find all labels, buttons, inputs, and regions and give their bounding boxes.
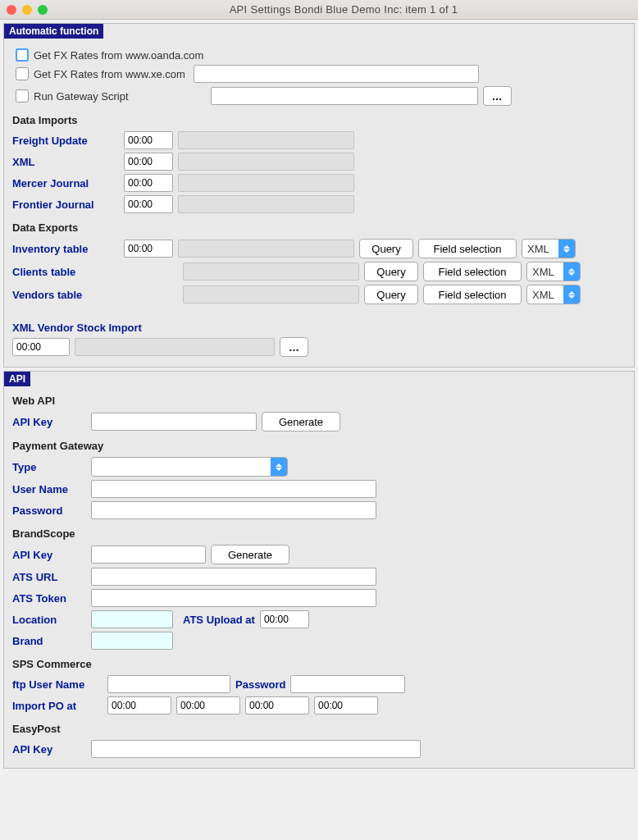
inventory-label: Inventory table (12, 243, 119, 255)
frontier-time[interactable] (124, 195, 173, 213)
xml-vendor-readonly (75, 338, 275, 356)
inventory-format-value: XML (527, 243, 549, 255)
checkbox-oanda[interactable] (16, 48, 29, 62)
window-title: API Settings Bondi Blue Demo Inc: item 1… (56, 3, 631, 16)
bs-ats-time[interactable] (260, 610, 309, 628)
payment-password-input[interactable] (91, 501, 376, 519)
web-api-generate-button[interactable]: Generate (262, 412, 340, 431)
chevron-updown-icon (558, 240, 575, 258)
xml-vendor-label: XML Vendor Stock Import (12, 322, 626, 334)
xe-input[interactable] (194, 65, 479, 83)
bs-brand-input[interactable] (91, 632, 173, 650)
xml-time[interactable] (124, 153, 173, 171)
gateway-ellipsis-button[interactable]: … (483, 86, 512, 106)
sps-t3[interactable] (245, 696, 309, 714)
freight-label: Freight Update (12, 135, 119, 147)
frontier-readonly (178, 195, 354, 213)
clients-field-selection-button[interactable]: Field selection (423, 262, 522, 281)
payment-password-label: Password (12, 504, 86, 517)
mercer-label: Mercer Journal (12, 177, 119, 189)
vendors-readonly (183, 285, 359, 304)
ep-api-key-label: API Key (12, 743, 86, 756)
bs-ats-upload-label: ATS Upload at (183, 614, 255, 626)
clients-query-button[interactable]: Query (364, 262, 418, 281)
data-imports-title: Data Imports (12, 114, 626, 126)
easypost-title: EasyPost (12, 723, 626, 735)
freight-readonly (178, 131, 354, 149)
clients-label: Clients table (12, 266, 119, 278)
clients-readonly (183, 262, 359, 281)
sps-title: SPS Commerce (12, 658, 626, 670)
data-exports-title: Data Exports (12, 221, 626, 234)
checkbox-xe[interactable] (16, 67, 29, 80)
bs-location-label: Location (12, 614, 86, 626)
sps-ftp-user-input[interactable] (107, 675, 230, 693)
maximize-icon[interactable] (38, 5, 48, 15)
automatic-function-panel: Automatic function Get FX Rates from www… (3, 23, 635, 368)
bs-location-input[interactable] (91, 610, 173, 628)
ep-api-key-input[interactable] (91, 740, 421, 758)
payment-type-label: Type (12, 461, 86, 473)
payment-user-input[interactable] (91, 480, 376, 498)
brandscope-title: BrandScope (12, 527, 626, 540)
api-panel: API Web API API Key Generate Payment Gat… (3, 371, 635, 769)
sps-t2[interactable] (176, 696, 240, 714)
bs-ats-token-label: ATS Token (12, 592, 86, 605)
web-api-key-input[interactable] (91, 413, 257, 431)
inventory-readonly (178, 240, 354, 258)
sps-ftp-user-label: ftp User Name (12, 678, 103, 691)
sps-password-input[interactable] (290, 675, 405, 693)
xml-readonly (178, 153, 354, 171)
bs-api-key-input[interactable] (91, 546, 206, 564)
sps-import-po-label: Import PO at (12, 700, 103, 712)
clients-format-value: XML (532, 266, 554, 278)
checkbox-oanda-label: Get FX Rates from www.oanda.com (34, 49, 203, 62)
payment-user-label: User Name (12, 483, 86, 495)
sps-t1[interactable] (107, 696, 171, 714)
xml-vendor-ellipsis-button[interactable]: … (280, 337, 308, 357)
gateway-input[interactable] (211, 87, 478, 105)
bs-api-key-label: API Key (12, 549, 86, 561)
sps-password-label: Password (235, 678, 285, 691)
chevron-updown-icon (563, 285, 580, 304)
sps-t4[interactable] (314, 696, 378, 714)
vendors-field-selection-button[interactable]: Field selection (423, 285, 522, 304)
mercer-time[interactable] (124, 174, 173, 192)
inventory-format-select[interactable]: XML (522, 239, 576, 258)
vendors-label: Vendors table (12, 289, 119, 301)
inventory-time[interactable] (124, 240, 173, 258)
checkbox-gateway[interactable] (16, 89, 29, 103)
vendors-format-select[interactable]: XML (526, 285, 581, 304)
web-api-key-label: API Key (12, 416, 86, 428)
payment-type-select[interactable] (91, 457, 288, 477)
chevron-updown-icon (271, 458, 287, 476)
chevron-updown-icon (563, 262, 580, 281)
inventory-field-selection-button[interactable]: Field selection (418, 239, 517, 258)
frontier-label: Frontier Journal (12, 199, 119, 211)
payment-title: Payment Gateway (12, 440, 626, 452)
minimize-icon[interactable] (22, 5, 32, 15)
vendors-format-value: XML (532, 289, 554, 301)
inventory-query-button[interactable]: Query (359, 239, 413, 258)
mercer-readonly (178, 174, 354, 192)
web-api-title: Web API (12, 395, 626, 407)
titlebar: API Settings Bondi Blue Demo Inc: item 1… (0, 0, 638, 20)
bs-ats-url-label: ATS URL (12, 571, 86, 583)
bs-ats-token-input[interactable] (91, 589, 376, 607)
clients-format-select[interactable]: XML (526, 262, 581, 281)
window-controls (7, 5, 48, 15)
checkbox-xe-label: Get FX Rates from www.xe.com (34, 68, 185, 80)
automatic-function-header: Automatic function (4, 24, 103, 39)
vendors-query-button[interactable]: Query (364, 285, 418, 304)
checkbox-gateway-label: Run Gateway Script (34, 90, 129, 103)
api-header: API (4, 372, 30, 386)
bs-ats-url-input[interactable] (91, 568, 376, 586)
xml-label: XML (12, 156, 119, 168)
xml-vendor-time[interactable] (12, 338, 70, 356)
bs-brand-label: Brand (12, 635, 86, 647)
bs-generate-button[interactable]: Generate (211, 545, 289, 564)
close-icon[interactable] (7, 5, 16, 15)
freight-time[interactable] (124, 131, 173, 149)
